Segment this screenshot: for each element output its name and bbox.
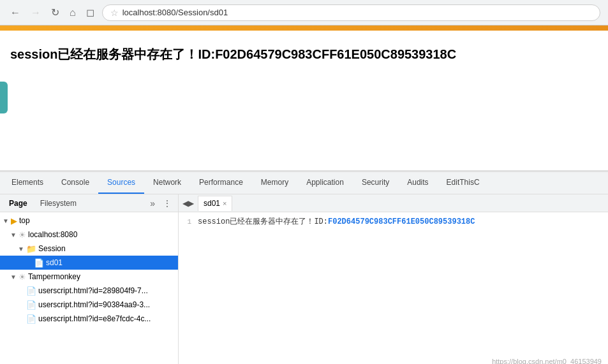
- tree-item-top[interactable]: ▼ ▶ top: [0, 214, 178, 228]
- code-id: F02D64579C983CFF61E050C89539318C: [328, 217, 475, 226]
- tab-editthis[interactable]: EditThisC: [438, 172, 489, 194]
- file-tree: ▼ ▶ top ▼ ☀ localhost:8080 ▼ 📁 Session: [0, 212, 178, 364]
- tree-item-session[interactable]: ▼ 📁 Session: [0, 242, 178, 256]
- tree-item-tampermonkey[interactable]: ▼ ☀ Tampermonkey: [0, 270, 178, 284]
- code-area: 1 session已经在服务器中存在了！ID:F02D64579C983CFF6…: [179, 212, 608, 364]
- file-icon: 📄: [26, 286, 36, 296]
- code-text-1: session已经在服务器中存在了！ID:F02D64579C983CFF61E…: [198, 216, 475, 227]
- file-tab-sd01[interactable]: sd01 ×: [198, 196, 232, 211]
- tree-item-userscript1[interactable]: ▶ 📄 userscript.html?id=289804f9-7...: [0, 284, 178, 298]
- spacer: ▶: [26, 259, 32, 266]
- browser-chrome: ← → ↻ ⌂ ◻ ☆ localhost:8080/Session/sd01: [0, 0, 608, 25]
- arrow-icon: ▼: [18, 245, 24, 252]
- folder-icon: ▶: [11, 216, 17, 226]
- left-panel-tab-bar: Page Filesystem » ⋮: [0, 194, 178, 212]
- tree-label-sd01: sd01: [46, 258, 63, 267]
- file-icon: 📄: [34, 258, 44, 268]
- tree-item-userscript2[interactable]: ▶ 📄 userscript.html?id=90384aa9-3...: [0, 298, 178, 312]
- tree-label-userscript1: userscript.html?id=289804f9-7...: [38, 286, 148, 295]
- spacer: ▶: [18, 302, 24, 309]
- code-line-1: 1 session已经在服务器中存在了！ID:F02D64579C983CFF6…: [179, 216, 608, 229]
- tree-label-session: Session: [38, 244, 66, 253]
- address-bar[interactable]: ☆ localhost:8080/Session/sd01: [102, 4, 600, 21]
- tab-memory[interactable]: Memory: [252, 172, 297, 194]
- reload-button[interactable]: ↻: [48, 5, 62, 20]
- arrow-icon: ▼: [10, 273, 17, 280]
- arrow-icon: ▼: [10, 231, 17, 238]
- line-number-1: 1: [179, 218, 198, 226]
- orange-bar: [0, 25, 608, 31]
- home-button[interactable]: ⌂: [67, 6, 78, 20]
- watermark: https://blog.csdn.net/m0_46153949: [492, 358, 602, 364]
- tree-label-userscript3: userscript.html?id=e8e7fcdc-4c...: [38, 314, 151, 323]
- right-panel-header: ◀▶ sd01 ×: [179, 194, 608, 212]
- devtools-body: Page Filesystem » ⋮ ▼ ▶ top ▼ ☀ localhos…: [0, 194, 608, 364]
- file-icon: 📄: [26, 300, 36, 310]
- arrow-icon: ▼: [3, 217, 9, 224]
- tree-label-userscript2: userscript.html?id=90384aa9-3...: [38, 300, 150, 309]
- forward-button[interactable]: →: [28, 6, 43, 20]
- tab-elements[interactable]: Elements: [3, 172, 52, 194]
- tree-item-userscript3[interactable]: ▶ 📄 userscript.html?id=e8e7fcdc-4c...: [0, 312, 178, 326]
- tree-item-sd01[interactable]: ▶ 📄 sd01: [0, 256, 178, 270]
- tab-network[interactable]: Network: [144, 172, 190, 194]
- tree-label-top: top: [19, 216, 30, 225]
- tab-application[interactable]: Application: [297, 172, 353, 194]
- sources-left-panel: Page Filesystem » ⋮ ▼ ▶ top ▼ ☀ localhos…: [0, 194, 179, 364]
- tree-item-localhost[interactable]: ▼ ☀ localhost:8080: [0, 228, 178, 242]
- url-text: localhost:8080/Session/sd01: [122, 8, 228, 17]
- tab-performance[interactable]: Performance: [190, 172, 252, 194]
- teal-circle: [0, 82, 8, 113]
- tree-label-localhost: localhost:8080: [28, 230, 77, 239]
- tab-console[interactable]: Console: [52, 172, 98, 194]
- page-content: session已经在服务器中存在了！ID:F02D64579C983CFF61E…: [0, 31, 608, 171]
- tab-audits[interactable]: Audits: [398, 172, 437, 194]
- tab-filesystem[interactable]: Filesystem: [34, 196, 83, 210]
- folder-icon: 📁: [26, 244, 36, 254]
- more-tabs-button[interactable]: »: [146, 197, 159, 210]
- page-message: session已经在服务器中存在了！ID:F02D64579C983CFF61E…: [10, 46, 598, 63]
- star-icon: ☆: [110, 8, 119, 18]
- devtools-panel: Elements Console Sources Network Perform…: [0, 171, 608, 364]
- file-tab-label: sd01: [204, 199, 220, 208]
- tab-page[interactable]: Page: [3, 196, 34, 210]
- tab-sources[interactable]: Sources: [98, 172, 144, 194]
- spacer: ▶: [18, 316, 24, 323]
- bookmark-button[interactable]: ◻: [84, 5, 97, 20]
- options-button[interactable]: ⋮: [159, 197, 175, 210]
- back-forward-icon[interactable]: ◀▶: [182, 199, 194, 208]
- spacer: ▶: [18, 288, 24, 295]
- cloud-icon: ☀: [19, 272, 26, 282]
- devtools-tab-bar: Elements Console Sources Network Perform…: [0, 172, 608, 194]
- sources-right-panel: ◀▶ sd01 × 1 session已经在服务器中存在了！ID:F02D645…: [179, 194, 608, 364]
- tab-security[interactable]: Security: [353, 172, 398, 194]
- back-button[interactable]: ←: [8, 6, 23, 20]
- code-plain: session已经在服务器中存在了！ID:: [198, 217, 328, 226]
- tree-label-tampermonkey: Tampermonkey: [28, 272, 80, 281]
- file-icon: 📄: [26, 314, 36, 324]
- file-tab-close-button[interactable]: ×: [223, 200, 226, 207]
- cloud-icon: ☀: [19, 230, 26, 240]
